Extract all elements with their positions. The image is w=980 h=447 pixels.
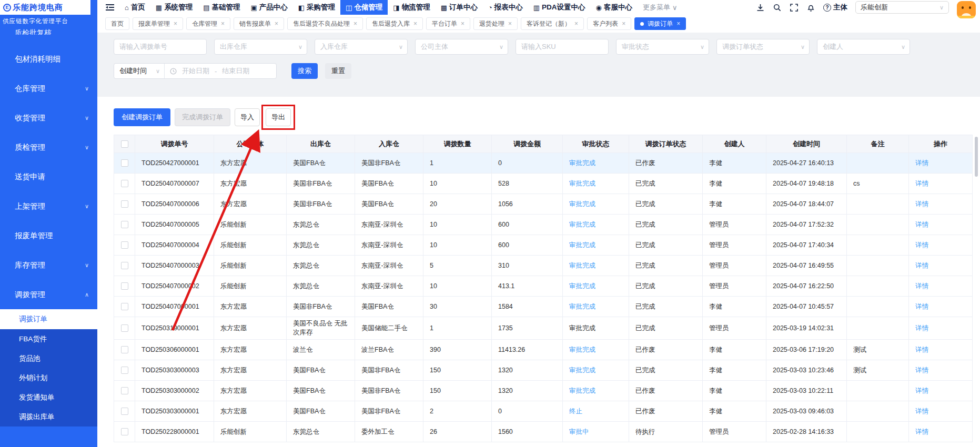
row-checkbox[interactable] xyxy=(121,262,128,269)
detail-link[interactable]: 详情 xyxy=(915,282,928,290)
close-icon[interactable]: × xyxy=(508,21,512,27)
filter-select-7[interactable]: 创建人∨ xyxy=(817,39,910,55)
select-all-checkbox[interactable] xyxy=(121,140,128,148)
detail-link[interactable]: 详情 xyxy=(915,324,928,332)
approval-status-link[interactable]: 审批完成 xyxy=(569,262,595,269)
nav-item-report[interactable]: ◔报表中心 xyxy=(483,0,528,15)
nav-item-system[interactable]: ▦系统管理 xyxy=(150,0,198,15)
approval-status-link[interactable]: 审批完成 xyxy=(569,282,595,290)
date-range-input[interactable]: 开始日期 - 结束日期 xyxy=(165,64,276,78)
row-checkbox[interactable] xyxy=(121,159,128,167)
vertical-scrollbar-thumb[interactable] xyxy=(975,137,978,177)
nav-item-product[interactable]: ▣产品中心 xyxy=(245,0,292,15)
close-icon[interactable]: × xyxy=(676,21,680,27)
sidebar-item-5[interactable]: 上架管理∨ xyxy=(0,191,97,221)
sidebar-subitem-1[interactable]: FBA货件 xyxy=(0,329,97,349)
collapse-menu-icon[interactable] xyxy=(106,4,114,11)
nav-item-home[interactable]: ⌂首页 xyxy=(119,0,150,15)
sidebar-subitem-2[interactable]: 货品池 xyxy=(0,349,97,368)
search-icon[interactable] xyxy=(773,3,782,12)
sidebar-item-3[interactable]: 质检管理∨ xyxy=(0,133,97,162)
filter-select-5[interactable]: 审批状态∨ xyxy=(616,39,709,55)
filter-select-6[interactable]: 调拨订单状态∨ xyxy=(716,39,810,55)
detail-link[interactable]: 详情 xyxy=(915,303,928,310)
tab-2[interactable]: 仓库管理× xyxy=(186,17,230,30)
tab-5[interactable]: 售后退货入库× xyxy=(366,17,423,30)
entity-help-button[interactable]: ? 主体 xyxy=(823,3,847,12)
nav-item-warehouse[interactable]: ◫仓储管理 xyxy=(340,0,388,15)
filter-select-1[interactable]: 出库仓库∨ xyxy=(214,39,307,55)
close-icon[interactable]: × xyxy=(174,21,177,27)
sidebar-subitem-3[interactable]: 外销计划 xyxy=(0,368,97,388)
close-icon[interactable]: × xyxy=(275,21,278,27)
detail-link[interactable]: 详情 xyxy=(915,262,928,269)
sidebar-item-8[interactable]: 调拨管理∧ xyxy=(0,280,97,309)
approval-status-link[interactable]: 终止 xyxy=(569,408,582,415)
nav-item-base[interactable]: ▤基础管理 xyxy=(198,0,245,15)
fullscreen-icon[interactable] xyxy=(790,3,799,12)
row-checkbox[interactable] xyxy=(121,387,128,394)
row-checkbox[interactable] xyxy=(121,200,128,208)
row-checkbox[interactable] xyxy=(121,180,128,187)
detail-link[interactable]: 详情 xyxy=(915,408,928,415)
detail-link[interactable]: 详情 xyxy=(915,241,928,249)
sidebar-subitem-4[interactable]: 发货通知单 xyxy=(0,388,97,407)
filter-input-0[interactable]: 请输入调拨单号 xyxy=(114,39,207,55)
filter-select-3[interactable]: 公司主体∨ xyxy=(415,39,508,55)
create-transfer-order-button[interactable]: 创建调拨订单 xyxy=(114,108,170,126)
search-button[interactable]: 搜索 xyxy=(291,63,318,79)
tab-8[interactable]: 客诉登记（新）× xyxy=(521,17,584,30)
approval-status-link[interactable]: 审批完成 xyxy=(569,303,595,310)
approval-status-link[interactable]: 审批完成 xyxy=(569,221,595,228)
nav-item-service[interactable]: ◉客服中心 xyxy=(591,0,638,15)
row-checkbox[interactable] xyxy=(121,241,128,249)
close-icon[interactable]: × xyxy=(221,21,225,27)
approval-status-link[interactable]: 审批完成 xyxy=(569,159,595,167)
row-checkbox[interactable] xyxy=(121,303,128,310)
tab-1[interactable]: 报废单管理× xyxy=(133,17,183,30)
detail-link[interactable]: 详情 xyxy=(915,180,928,187)
row-checkbox[interactable] xyxy=(121,221,128,228)
nav-item-order[interactable]: ▩订单中心 xyxy=(436,0,483,15)
time-type-select[interactable]: 创建时间 ∨ xyxy=(114,64,165,78)
tab-6[interactable]: 平台订单× xyxy=(426,17,470,30)
filter-input-4[interactable]: 请输入SKU xyxy=(516,39,609,55)
import-button[interactable]: 导入 xyxy=(235,108,260,126)
row-checkbox[interactable] xyxy=(121,408,128,415)
approval-status-link[interactable]: 审批完成 xyxy=(569,200,595,208)
notification-bell-icon[interactable] xyxy=(806,3,815,12)
detail-link[interactable]: 详情 xyxy=(915,346,928,353)
sidebar-item-clipped[interactable]: 质检批复核 xyxy=(0,28,97,35)
close-icon[interactable]: × xyxy=(413,21,417,27)
more-menu-button[interactable]: 更多菜单∨ xyxy=(638,3,683,12)
sidebar-item-6[interactable]: 报废单管理 xyxy=(0,221,97,250)
sidebar-item-7[interactable]: 库存管理∨ xyxy=(0,250,97,280)
reset-button[interactable]: 重置 xyxy=(325,63,351,79)
filter-select-2[interactable]: 入库仓库∨ xyxy=(315,39,408,55)
sidebar-item-4[interactable]: 送货申请 xyxy=(0,162,97,191)
detail-link[interactable]: 详情 xyxy=(915,159,928,167)
detail-link[interactable]: 详情 xyxy=(915,387,928,394)
row-checkbox[interactable] xyxy=(121,367,128,374)
approval-status-link[interactable]: 审批中 xyxy=(569,428,589,435)
close-icon[interactable]: × xyxy=(461,21,464,27)
tab-10[interactable]: 调拨订单× xyxy=(634,17,686,30)
tab-4[interactable]: 售后退货不良品处理× xyxy=(287,17,363,30)
detail-link[interactable]: 详情 xyxy=(915,200,928,208)
nav-item-logistics[interactable]: ◨物流管理 xyxy=(388,0,435,15)
detail-link[interactable]: 详情 xyxy=(915,367,928,374)
approval-status-link[interactable]: 审批完成 xyxy=(569,241,595,249)
entity-select[interactable]: 乐能创新 ∨ xyxy=(855,1,949,14)
close-icon[interactable]: × xyxy=(574,21,578,27)
approval-status-link[interactable]: 审批完成 xyxy=(569,180,595,187)
detail-link[interactable]: 详情 xyxy=(915,428,928,435)
row-checkbox[interactable] xyxy=(121,282,128,290)
row-checkbox[interactable] xyxy=(121,346,128,353)
detail-link[interactable]: 详情 xyxy=(915,221,928,228)
sidebar-item-2[interactable]: 收货管理∨ xyxy=(0,103,97,133)
approval-status-link[interactable]: 审批完成 xyxy=(569,346,595,353)
approval-status-link[interactable]: 审批完成 xyxy=(569,387,595,394)
tab-3[interactable]: 销售报废单× xyxy=(234,17,284,30)
tab-9[interactable]: 客户列表× xyxy=(587,17,631,30)
tab-0[interactable]: 首页 xyxy=(105,17,129,30)
